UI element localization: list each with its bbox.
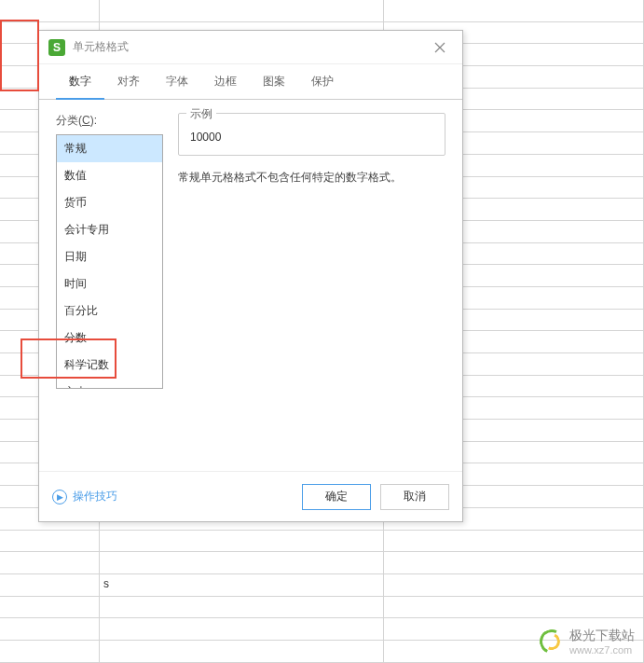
tab-border[interactable]: 边框 bbox=[201, 64, 250, 99]
dialog-footer: ▶ 操作技巧 确定 取消 bbox=[39, 471, 462, 521]
category-item-number[interactable]: 数值 bbox=[57, 162, 162, 189]
category-column: 分类(C): 常规 数值 货币 会计专用 日期 时间 百分比 分数 科学记数 文… bbox=[56, 113, 163, 460]
watermark-line2: www.xz7.com bbox=[569, 644, 635, 656]
ok-label: 确定 bbox=[325, 489, 348, 504]
tab-protection[interactable]: 保护 bbox=[298, 64, 347, 99]
tips-label: 操作技巧 bbox=[73, 489, 117, 504]
ok-button[interactable]: 确定 bbox=[302, 484, 371, 510]
play-icon: ▶ bbox=[52, 490, 67, 504]
category-item-percentage[interactable]: 百分比 bbox=[57, 297, 162, 325]
watermark-line1: 极光下载站 bbox=[569, 628, 635, 644]
example-value: 10000 bbox=[179, 114, 445, 155]
cell-format-dialog: S 单元格格式 数字 对齐 字体 边框 图案 保护 分类(C): 常规 数值 货… bbox=[38, 30, 463, 522]
app-icon-letter: S bbox=[53, 41, 61, 54]
cancel-button[interactable]: 取消 bbox=[380, 484, 449, 510]
example-box: 示例 10000 bbox=[178, 113, 445, 156]
category-item-date[interactable]: 日期 bbox=[57, 243, 162, 270]
app-icon: S bbox=[48, 39, 65, 56]
tabs: 数字 对齐 字体 边框 图案 保护 bbox=[39, 64, 462, 100]
watermark: 极光下载站 www.xz7.com bbox=[540, 628, 635, 656]
category-item-general[interactable]: 常规 bbox=[57, 135, 162, 162]
right-column: 示例 10000 常规单元格格式不包含任何特定的数字格式。 bbox=[178, 113, 445, 460]
category-label-prefix: 分类( bbox=[56, 114, 82, 127]
tab-pattern[interactable]: 图案 bbox=[250, 64, 298, 99]
category-item-accounting[interactable]: 会计专用 bbox=[57, 216, 162, 243]
cell-value-s[interactable]: s bbox=[103, 577, 109, 590]
category-label-hotkey: C bbox=[82, 114, 90, 127]
dialog-title: 单元格格式 bbox=[73, 39, 427, 55]
format-description: 常规单元格格式不包含任何特定的数字格式。 bbox=[178, 169, 445, 186]
tab-font[interactable]: 字体 bbox=[153, 64, 201, 99]
cancel-label: 取消 bbox=[404, 489, 426, 504]
tab-alignment[interactable]: 对齐 bbox=[104, 64, 153, 99]
category-item-fraction[interactable]: 分数 bbox=[57, 325, 162, 352]
example-label: 示例 bbox=[190, 107, 212, 120]
category-label: 分类(C): bbox=[56, 113, 163, 129]
category-list[interactable]: 常规 数值 货币 会计专用 日期 时间 百分比 分数 科学记数 文本 特殊 自定… bbox=[56, 134, 163, 389]
dialog-content: 分类(C): 常规 数值 货币 会计专用 日期 时间 百分比 分数 科学记数 文… bbox=[39, 100, 462, 473]
category-item-time[interactable]: 时间 bbox=[57, 270, 162, 297]
category-item-scientific[interactable]: 科学记数 bbox=[57, 352, 162, 379]
watermark-logo-icon bbox=[540, 629, 564, 654]
close-icon bbox=[434, 42, 445, 53]
titlebar: S 单元格格式 bbox=[39, 31, 462, 64]
category-label-suffix: ): bbox=[90, 114, 97, 127]
tips-link[interactable]: ▶ 操作技巧 bbox=[52, 489, 117, 504]
tab-number[interactable]: 数字 bbox=[56, 64, 104, 99]
close-button[interactable] bbox=[427, 36, 453, 59]
category-item-text[interactable]: 文本 bbox=[57, 379, 162, 389]
category-item-currency[interactable]: 货币 bbox=[57, 189, 162, 216]
